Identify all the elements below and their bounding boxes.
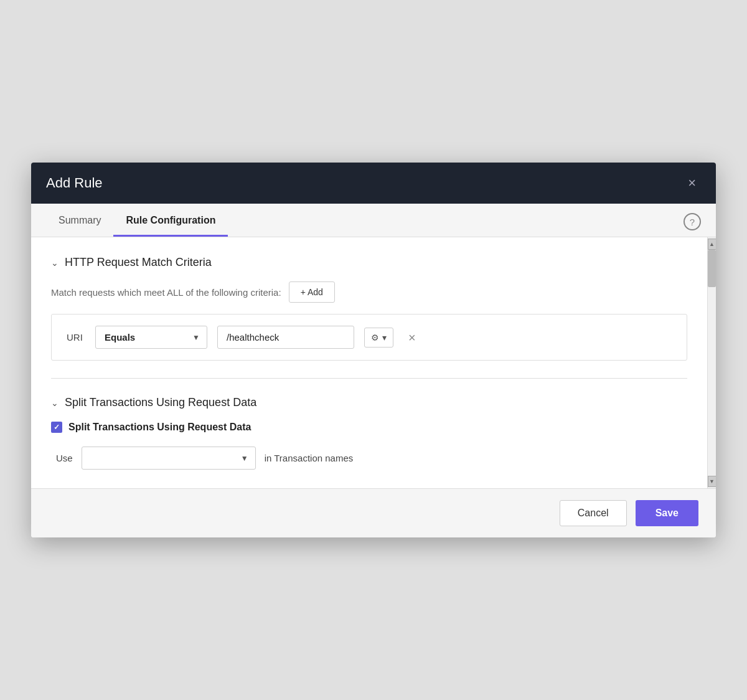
use-row: Use Header Query Parameter POST Paramete… bbox=[51, 447, 687, 470]
equals-select[interactable]: Equals bbox=[95, 326, 207, 349]
split-checkbox[interactable]: ✓ bbox=[51, 422, 62, 433]
remove-uri-entry-button[interactable]: × bbox=[403, 329, 421, 346]
close-button[interactable]: × bbox=[683, 174, 701, 192]
tab-summary[interactable]: Summary bbox=[46, 204, 113, 237]
add-criteria-button[interactable]: + Add bbox=[289, 281, 335, 303]
split-checkbox-label: Split Transactions Using Request Data bbox=[68, 422, 251, 433]
uri-value-input[interactable] bbox=[217, 326, 354, 349]
cancel-button[interactable]: Cancel bbox=[560, 500, 627, 526]
criteria-description: Match requests which meet ALL of the fol… bbox=[51, 287, 281, 298]
use-label: Use bbox=[56, 453, 73, 463]
tab-rule-configuration[interactable]: Rule Configuration bbox=[113, 204, 228, 237]
content-area: ⌄ HTTP Request Match Criteria Match requ… bbox=[31, 237, 707, 488]
modal-footer: Cancel Save bbox=[31, 488, 716, 537]
checkmark-icon: ✓ bbox=[54, 423, 60, 432]
scrollbar-thumb[interactable] bbox=[708, 250, 716, 476]
use-select-wrapper: Header Query Parameter POST Parameter ▼ bbox=[82, 447, 256, 470]
gear-icon: ⚙ bbox=[371, 333, 379, 343]
help-icon[interactable]: ? bbox=[684, 213, 701, 230]
split-checkbox-row[interactable]: ✓ Split Transactions Using Request Data bbox=[51, 422, 687, 433]
criteria-table: URI Equals ▼ ⚙ ▾ × bbox=[51, 314, 687, 361]
section-divider bbox=[51, 378, 687, 379]
use-select[interactable]: Header Query Parameter POST Parameter bbox=[82, 447, 256, 470]
http-section-title: HTTP Request Match Criteria bbox=[65, 256, 212, 269]
http-section-header[interactable]: ⌄ HTTP Request Match Criteria bbox=[51, 256, 687, 269]
split-section-header[interactable]: ⌄ Split Transactions Using Request Data bbox=[51, 396, 687, 409]
scrollbar-track: ▲ ▼ bbox=[707, 237, 716, 488]
split-section-title: Split Transactions Using Request Data bbox=[65, 396, 256, 409]
save-button[interactable]: Save bbox=[636, 500, 698, 526]
split-chevron-down-icon: ⌄ bbox=[51, 398, 59, 408]
gear-dropdown-arrow: ▾ bbox=[382, 333, 387, 343]
gear-options-button[interactable]: ⚙ ▾ bbox=[364, 328, 393, 348]
scrollbar-down-button[interactable]: ▼ bbox=[708, 476, 716, 487]
criteria-description-row: Match requests which meet ALL of the fol… bbox=[51, 281, 687, 303]
scrollbar-handle[interactable] bbox=[708, 250, 716, 287]
add-rule-modal: Add Rule × Summary Rule Configuration ? … bbox=[31, 163, 716, 537]
modal-header: Add Rule × bbox=[31, 163, 716, 204]
tabs-bar: Summary Rule Configuration ? bbox=[31, 204, 716, 237]
in-transaction-label: in Transaction names bbox=[265, 453, 354, 463]
uri-label: URI bbox=[67, 332, 85, 343]
criteria-entry-uri: URI Equals ▼ ⚙ ▾ × bbox=[67, 326, 672, 349]
scrollbar-up-button[interactable]: ▲ bbox=[708, 239, 716, 250]
chevron-down-icon: ⌄ bbox=[51, 258, 59, 268]
modal-title: Add Rule bbox=[46, 175, 103, 191]
equals-select-wrapper: Equals ▼ bbox=[95, 326, 207, 349]
modal-body: ⌄ HTTP Request Match Criteria Match requ… bbox=[31, 237, 716, 488]
